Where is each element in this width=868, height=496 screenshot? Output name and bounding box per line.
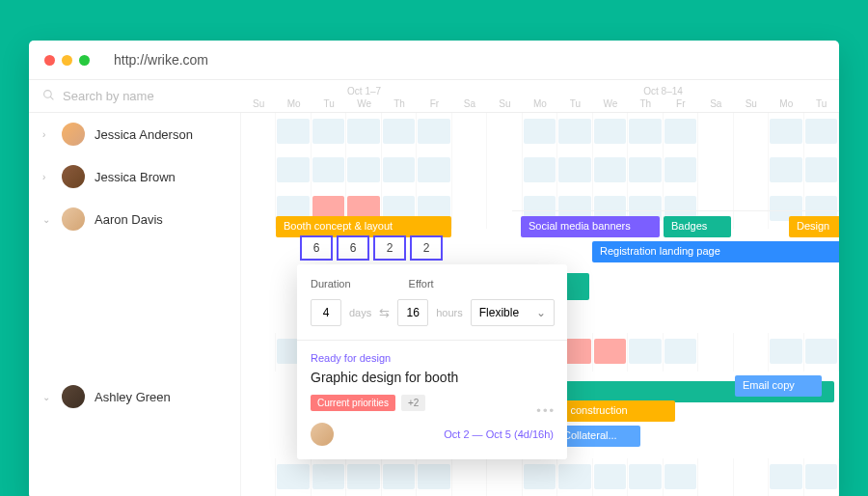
divider-icon: ⇆ [379, 306, 390, 320]
effort-mode-select[interactable]: Flexible ⌄ [471, 299, 555, 326]
avatar [62, 165, 85, 188]
task-bar-social-media[interactable]: Social media banners [521, 216, 660, 237]
duration-unit: days [349, 307, 371, 318]
duration-input[interactable] [311, 299, 341, 326]
task-popup: Duration Effort days ⇆ hours Flexible ⌄ … [297, 264, 567, 459]
avatar[interactable] [311, 423, 334, 446]
tag-more[interactable]: +2 [401, 395, 425, 411]
chevron-right-icon: › [42, 172, 52, 182]
sidebar: › Jessica Anderson › Jessica Brown ⌄ Aar… [29, 113, 241, 496]
effort-allocation[interactable]: 6 6 2 2 [300, 235, 443, 261]
person-name: Aaron Davis [95, 212, 163, 227]
task-title[interactable]: Graphic design for booth [311, 370, 554, 385]
close-icon[interactable] [44, 55, 55, 66]
effort-cell[interactable]: 6 [300, 235, 333, 261]
task-date-range[interactable]: Oct 2 — Oct 5 (4d/16h) [444, 428, 554, 440]
task-bar-badges[interactable]: Badges [664, 216, 731, 237]
titlebar: http://wrike.com [29, 41, 839, 80]
effort-input[interactable] [397, 299, 428, 326]
effort-unit: hours [436, 307, 463, 318]
task-status[interactable]: Ready for design [311, 352, 554, 364]
chevron-down-icon: ⌄ [42, 392, 52, 402]
avatar [62, 207, 85, 231]
person-name: Jessica Brown [95, 170, 176, 184]
workload-row [241, 458, 839, 496]
svg-line-1 [50, 96, 53, 99]
search-placeholder: Search by name [63, 89, 154, 103]
task-bar-design[interactable]: Design [789, 216, 839, 237]
svg-point-0 [44, 90, 52, 97]
effort-label: Effort [409, 278, 434, 289]
week-header: Oct 8–14 SuMoTuWeThFrSaSuMoTu [487, 84, 839, 109]
more-icon[interactable]: ••• [536, 403, 556, 418]
chevron-down-icon: ⌄ [42, 214, 52, 225]
effort-cell[interactable]: 2 [373, 235, 406, 261]
person-row[interactable]: › Jessica Brown [29, 155, 240, 198]
task-bar-email-copy[interactable]: Email copy [735, 375, 822, 397]
minimize-icon[interactable] [62, 55, 72, 66]
week-header: Oct 1–7 SuMoTuWeThFrSa [241, 84, 487, 109]
task-bar-booth-concept[interactable]: Booth concept & layout [276, 216, 451, 237]
address-bar[interactable]: http://wrike.com [114, 52, 208, 68]
duration-label: Duration [311, 278, 351, 289]
chevron-down-icon: ⌄ [536, 306, 546, 319]
workload-row [241, 152, 839, 190]
person-row[interactable]: ⌄ Ashley Green [29, 375, 240, 418]
effort-cell[interactable]: 2 [410, 235, 443, 261]
person-row[interactable]: ⌄ Aaron Davis [29, 198, 240, 240]
search-input[interactable]: Search by name [29, 89, 241, 104]
toolbar: Search by name Oct 1–7 SuMoTuWeThFrSa Oc… [29, 80, 839, 113]
tag-priority[interactable]: Current priorities [311, 395, 395, 411]
person-row[interactable]: › Jessica Anderson [29, 113, 240, 155]
person-name: Jessica Anderson [95, 127, 193, 142]
avatar [62, 123, 85, 146]
workload-row [241, 113, 839, 152]
chevron-right-icon: › [42, 129, 52, 140]
person-name: Ashley Green [95, 390, 171, 404]
search-icon [42, 89, 55, 104]
effort-cell[interactable]: 6 [337, 235, 369, 261]
avatar [62, 385, 85, 408]
task-bar-registration[interactable]: Registration landing page [592, 241, 839, 262]
task-bar-collateral[interactable]: Collateral... [556, 426, 640, 447]
maximize-icon[interactable] [79, 55, 90, 66]
